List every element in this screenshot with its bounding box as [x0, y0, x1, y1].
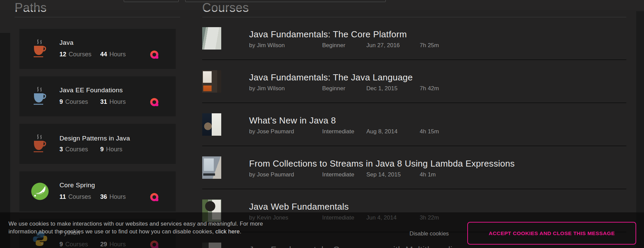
course-row-whats-new-in-java-8[interactable]: What’s New in Java 8 by Jose Paumard Int… — [202, 113, 636, 137]
course-author: by Jim Wilson — [249, 42, 322, 49]
course-count-label: Courses — [65, 98, 88, 106]
hour-count-label: Hours — [109, 51, 126, 58]
hour-count: 36 — [100, 193, 107, 201]
courses-heading-rule — [202, 17, 626, 17]
course-date: Dec 1, 2015 — [366, 85, 420, 92]
path-stats: 9Courses 31Hours — [59, 98, 176, 107]
course-count: 3 — [59, 146, 63, 153]
row-separator — [202, 102, 626, 103]
cookie-click-here-link[interactable]: click here — [215, 228, 240, 234]
hour-count-label: Hours — [109, 193, 126, 201]
course-thumbnail — [202, 156, 221, 179]
course-duration: 4h 15m — [420, 128, 439, 135]
hour-count-label: Hours — [109, 98, 126, 106]
course-author: by Jim Wilson — [249, 85, 322, 92]
course-row-java-fundamentals-core-platform[interactable]: Java Fundamentals: The Core Platform by … — [202, 27, 636, 51]
course-row-collections-to-streams-lambda[interactable]: From Collections to Streams in Java 8 Us… — [202, 156, 636, 180]
course-date: Aug 8, 2014 — [366, 128, 420, 135]
hour-count-label: Hours — [106, 146, 122, 153]
course-title: From Collections to Streams in Java 8 Us… — [249, 158, 515, 169]
top-tab-partial-2[interactable] — [185, 0, 386, 2]
course-row-java-fundamentals-java-language[interactable]: Java Fundamentals: The Java Language by … — [202, 70, 636, 94]
path-title: Design Patterns in Java — [59, 135, 176, 142]
course-duration: 7h 42m — [420, 85, 439, 92]
hour-count: 31 — [100, 98, 107, 106]
hour-count: 44 — [100, 51, 107, 58]
path-card-core-spring[interactable]: Core Spring 11Courses 36Hours — [19, 171, 176, 211]
spring-leaf-icon — [31, 181, 49, 202]
course-date: Sep 14, 2015 — [366, 171, 420, 178]
cookie-message-period: . — [240, 228, 241, 234]
path-quality-badge-icon — [150, 50, 159, 59]
path-quality-badge-icon — [150, 193, 159, 202]
row-separator — [202, 189, 626, 189]
course-count-label: Courses — [65, 146, 88, 153]
hour-count: 9 — [100, 146, 104, 153]
course-meta: by Jose Paumard Intermediate Aug 8, 2014… — [249, 128, 439, 135]
row-separator — [202, 146, 626, 146]
row-separator — [202, 59, 626, 60]
coffee-cup-blue-icon — [31, 86, 49, 107]
path-stats: 12Courses 44Hours — [59, 50, 176, 59]
coffee-cup-red-icon — [31, 38, 49, 59]
course-count: 11 — [59, 193, 66, 201]
path-title: Java — [59, 39, 176, 46]
course-count-label: Courses — [69, 51, 91, 58]
course-title: Java Fundamentals: The Core Platform — [249, 29, 407, 40]
course-count: 9 — [59, 98, 63, 106]
course-thumbnail — [202, 27, 221, 50]
course-meta: by Jim Wilson Beginner Dec 1, 2015 7h 42… — [249, 85, 439, 92]
path-stats: 11Courses 36Hours — [59, 193, 176, 202]
path-quality-badge-icon — [150, 98, 159, 107]
path-card-java-ee-foundations[interactable]: Java EE Foundations 9Courses 31Hours — [19, 76, 176, 116]
path-card-java[interactable]: Java 12Courses 44Hours — [19, 29, 176, 69]
path-title: Core Spring — [59, 182, 176, 189]
cookie-message: We use cookies to make interactions with… — [8, 220, 263, 235]
course-level: Intermediate — [322, 128, 366, 135]
search-results-page: Paths Java 12Courses 44Hours — [0, 0, 644, 248]
cookie-message-line2: information about the cookies we use or … — [8, 228, 215, 234]
course-meta: by Jim Wilson Beginner Jun 27, 2016 7h 2… — [249, 42, 439, 49]
course-title: Java Fundamentals: The Java Language — [249, 72, 413, 83]
course-date: Jun 27, 2016 — [366, 42, 420, 49]
course-thumbnail — [202, 70, 221, 93]
course-meta: by Jose Paumard Intermediate Sep 14, 201… — [249, 171, 436, 178]
accept-cookies-button[interactable]: ACCEPT COOKIES AND CLOSE THIS MESSAGE — [467, 222, 636, 245]
course-author: by Jose Paumard — [249, 171, 322, 178]
course-level: Beginner — [322, 85, 366, 92]
course-title: Java Web Fundamentals — [249, 202, 349, 212]
course-count: 12 — [59, 51, 66, 58]
course-count-label: Courses — [68, 193, 91, 201]
disable-cookies-link[interactable]: Disable cookies — [410, 230, 449, 237]
cookie-message-line1: We use cookies to make interactions with… — [8, 221, 263, 227]
course-level: Intermediate — [322, 171, 366, 178]
coffee-cup-rust-icon — [31, 133, 49, 154]
course-title: What’s New in Java 8 — [249, 115, 336, 126]
path-title: Java EE Foundations — [59, 87, 176, 94]
path-card-design-patterns-in-java[interactable]: Design Patterns in Java 3Courses 9Hours — [19, 124, 176, 164]
course-duration: 4h 1m — [420, 171, 436, 178]
sticky-header-band — [0, 0, 644, 10]
cookie-notice-bar: We use cookies to make interactions with… — [0, 212, 644, 248]
course-duration: 7h 25m — [420, 42, 439, 49]
course-author: by Jose Paumard — [249, 128, 322, 135]
paths-heading-rule — [15, 17, 180, 17]
top-tab-partial-1[interactable] — [124, 0, 179, 2]
course-thumbnail — [202, 113, 221, 136]
path-stats: 3Courses 9Hours — [59, 146, 176, 153]
course-level: Beginner — [322, 42, 366, 49]
